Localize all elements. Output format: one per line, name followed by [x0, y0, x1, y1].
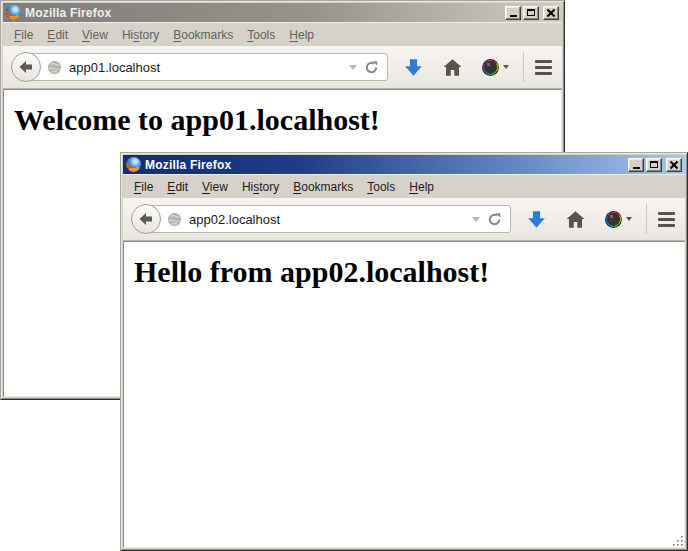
back-arrow-icon [138, 211, 154, 227]
url-text[interactable]: app02.localhost [189, 212, 465, 227]
navigation-toolbar: app01.localhost [3, 46, 562, 89]
resize-grip-icon[interactable] [672, 535, 686, 549]
minimize-icon [510, 15, 517, 17]
menu-bar: FileEditViewHistoryBookmarksToolsHelp [123, 174, 685, 198]
globe-icon[interactable] [167, 212, 182, 227]
window-controls [505, 6, 559, 20]
home-icon [443, 58, 462, 77]
download-button[interactable] [527, 210, 546, 229]
close-button[interactable] [666, 158, 682, 172]
firefox-icon [6, 5, 21, 20]
titlebar[interactable]: Mozilla Firefox [123, 155, 685, 174]
chevron-down-icon[interactable] [472, 217, 480, 222]
chevron-down-icon [626, 217, 632, 221]
menu-item-view[interactable]: View [75, 25, 115, 45]
reload-icon[interactable] [364, 60, 379, 75]
menu-bar: FileEditViewHistoryBookmarksToolsHelp [3, 22, 562, 46]
page-heading: Hello from app02.localhost! [134, 255, 684, 289]
maximize-icon [527, 9, 535, 16]
back-button[interactable] [131, 204, 161, 234]
toolbar-separator [646, 204, 647, 234]
home-icon [566, 210, 585, 229]
close-icon [546, 8, 556, 18]
menu-item-edit[interactable]: Edit [160, 177, 195, 197]
menu-item-bookmarks[interactable]: Bookmarks [286, 177, 360, 197]
window-title: Mozilla Firefox [145, 158, 624, 172]
page-heading: Welcome to app01.localhost! [14, 103, 561, 137]
navigation-toolbar: app02.localhost [123, 198, 685, 241]
maximize-button[interactable] [523, 6, 539, 20]
titlebar[interactable]: Mozilla Firefox [3, 3, 562, 22]
menu-item-view[interactable]: View [195, 177, 235, 197]
search-engine-button[interactable] [482, 59, 509, 76]
maximize-icon [650, 161, 658, 168]
menu-item-help[interactable]: Help [282, 25, 321, 45]
minimize-icon [633, 167, 640, 169]
minimize-button[interactable] [505, 6, 521, 20]
maximize-button[interactable] [646, 158, 662, 172]
toolbar-separator [523, 52, 524, 82]
url-bar[interactable]: app01.localhost [24, 53, 388, 81]
globe-icon[interactable] [47, 60, 62, 75]
download-button[interactable] [404, 58, 423, 77]
download-arrow-icon [527, 210, 546, 229]
reload-icon[interactable] [487, 212, 502, 227]
back-arrow-icon [18, 59, 34, 75]
menu-item-tools[interactable]: Tools [240, 25, 282, 45]
firefox-icon [126, 157, 141, 172]
back-button[interactable] [11, 52, 41, 82]
home-button[interactable] [443, 58, 462, 77]
home-button[interactable] [566, 210, 585, 229]
menu-button[interactable] [658, 212, 675, 227]
window-title: Mozilla Firefox [25, 6, 501, 20]
hamburger-menu-icon [535, 60, 552, 63]
menu-item-history[interactable]: History [115, 25, 166, 45]
window-controls [628, 158, 682, 172]
url-bar[interactable]: app02.localhost [144, 205, 511, 233]
search-engine-icon [482, 59, 499, 76]
menu-item-bookmarks[interactable]: Bookmarks [166, 25, 240, 45]
menu-item-file[interactable]: File [127, 177, 160, 197]
chevron-down-icon[interactable] [349, 65, 357, 70]
download-arrow-icon [404, 58, 423, 77]
url-text[interactable]: app01.localhost [69, 60, 342, 75]
search-engine-icon [605, 211, 622, 228]
chevron-down-icon [503, 65, 509, 69]
menu-item-help[interactable]: Help [402, 177, 441, 197]
close-button[interactable] [543, 6, 559, 20]
firefox-window-app02[interactable]: Mozilla Firefox FileEditViewHistoryBookm… [120, 152, 688, 551]
minimize-button[interactable] [628, 158, 644, 172]
close-icon [669, 160, 679, 170]
hamburger-menu-icon [658, 212, 675, 215]
menu-item-tools[interactable]: Tools [360, 177, 402, 197]
menu-item-edit[interactable]: Edit [40, 25, 75, 45]
search-engine-button[interactable] [605, 211, 632, 228]
page-content: Hello from app02.localhost! [123, 241, 685, 548]
menu-item-history[interactable]: History [235, 177, 286, 197]
menu-button[interactable] [535, 60, 552, 75]
menu-item-file[interactable]: File [7, 25, 40, 45]
